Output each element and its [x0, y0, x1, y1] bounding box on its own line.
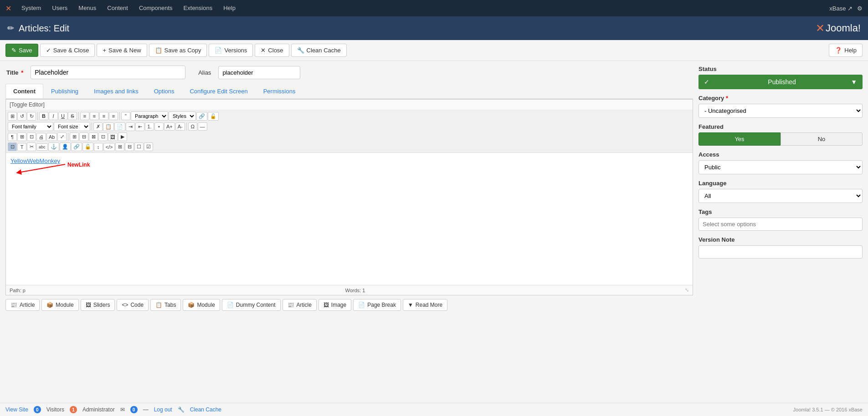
tb-person-btn[interactable]: 👤 [60, 142, 71, 151]
tb-select-btn[interactable]: ⊡ [27, 132, 36, 141]
tb-scissors-btn[interactable]: ✂ [27, 142, 36, 151]
tb-remove-format-btn[interactable]: ✗ [93, 122, 103, 131]
logout-link[interactable]: Log out [154, 406, 172, 413]
tb-ol-btn[interactable]: 1. [145, 122, 154, 131]
alias-input[interactable] [218, 66, 300, 79]
close-button[interactable]: ✕ Close [255, 44, 289, 57]
insert-dummy-btn[interactable]: 📄 Dummy Content [222, 299, 281, 311]
versions-button[interactable]: 📄 Versions [209, 44, 253, 57]
insert-article-btn[interactable]: 📰 Article [5, 299, 40, 311]
clean-cache-button[interactable]: 🔧 Clean Cache [291, 44, 347, 57]
resize-handle[interactable]: ⤡ [685, 287, 689, 293]
tb-font-family-select[interactable]: Font family [8, 122, 53, 131]
insert-sliders-btn[interactable]: 🖼 Sliders [81, 299, 115, 311]
tb-hr-btn[interactable]: — [198, 122, 207, 131]
tb-para-btn[interactable]: ¶ [8, 133, 17, 141]
featured-no-btn[interactable]: No [781, 132, 863, 146]
tb-link-btn[interactable]: 🔗 [196, 112, 207, 121]
clean-cache-link[interactable]: Clean Cache [190, 406, 221, 413]
tb-table4-btn[interactable]: ⊡ [98, 132, 108, 141]
nav-help[interactable]: Help [219, 0, 240, 16]
insert-module-btn-2[interactable]: 📦 Module [183, 299, 220, 311]
nav-users[interactable]: Users [47, 0, 72, 16]
tb-box3-btn[interactable]: ☐ [134, 142, 144, 151]
status-button[interactable]: ✓ Published ▼ [699, 75, 863, 89]
user-label[interactable]: xBase ↗ [829, 5, 853, 12]
tb-box2-btn[interactable]: ⊟ [125, 142, 134, 151]
save-copy-button[interactable]: 📋 Save as Copy [149, 44, 207, 57]
tab-publishing[interactable]: Publishing [43, 84, 86, 98]
tb-special-char-btn[interactable]: Ω [188, 122, 197, 131]
tb-box-btn[interactable]: ⊞ [115, 142, 124, 151]
tb-ul-btn[interactable]: • [154, 122, 164, 131]
insert-readmore-btn[interactable]: ▼ Read More [403, 299, 447, 311]
tab-content[interactable]: Content [5, 84, 43, 98]
nav-system[interactable]: System [17, 0, 46, 16]
tb-undo-btn[interactable]: ↺ [17, 112, 26, 121]
tb-align-right-btn[interactable]: ≡ [99, 112, 108, 120]
tb-align-justify-btn[interactable]: ≡ [109, 112, 118, 120]
tb-underline-btn[interactable]: U [58, 112, 67, 120]
tb-anchor-btn[interactable]: ⚓ [48, 142, 59, 151]
tb-img-btn[interactable]: 🖼 [108, 133, 118, 141]
tb-paste-btn[interactable]: 📄 [114, 122, 125, 131]
tb-italic-btn[interactable]: I [49, 112, 58, 120]
tb-bold-btn[interactable]: B [39, 112, 48, 120]
tb-copy-btn[interactable]: 📋 [103, 122, 114, 131]
tb-redo-btn[interactable]: ↻ [27, 112, 36, 121]
access-select[interactable]: Public Guest Registered Special Super Us… [699, 160, 863, 174]
tab-images-links[interactable]: Images and links [86, 84, 146, 98]
tb-print-btn[interactable]: 🖨 [36, 133, 46, 141]
nav-components[interactable]: Components [134, 0, 177, 16]
version-note-input[interactable] [699, 245, 863, 259]
tb-table3-btn[interactable]: ⊠ [89, 132, 98, 141]
tb-arrow-btn[interactable]: ↕ [94, 143, 103, 151]
toggle-editor-button[interactable]: [Toggle Editor] [6, 100, 693, 110]
language-select[interactable]: All [699, 189, 863, 203]
insert-module-btn-1[interactable]: 📦 Module [41, 299, 78, 311]
nav-menus[interactable]: Menus [74, 0, 101, 16]
tb-outdent-btn[interactable]: ⇤ [135, 122, 144, 131]
category-select[interactable]: - Uncategorised [699, 104, 863, 118]
tb-block-btn[interactable]: ⊡ [8, 142, 17, 151]
tb-font-size-select[interactable]: Font size [54, 122, 90, 131]
save-close-button[interactable]: ✓ Save & Close [40, 44, 95, 57]
tb-paragraph-select[interactable]: Paragraph Heading 1 Heading 2 [131, 112, 168, 121]
tb-sup-btn[interactable]: A+ [164, 122, 175, 131]
tb-indent2-btn[interactable]: ⊞ [17, 132, 26, 141]
tb-fullscreen-btn[interactable]: ⤢ [57, 132, 67, 141]
tb-small-btn[interactable]: abc [36, 143, 48, 151]
tb-sub-btn[interactable]: A- [175, 122, 185, 131]
tb-unlink-btn[interactable]: 🔓 [208, 112, 219, 121]
tb-indent-btn[interactable]: ⇥ [126, 122, 135, 131]
tb-quote-btn[interactable]: " [121, 112, 130, 120]
editor-link[interactable]: YellowWebMonkey [10, 157, 60, 164]
view-site-link[interactable]: View Site [5, 406, 28, 413]
tb-styles-select[interactable]: Styles [169, 112, 196, 121]
tb-txt-btn[interactable]: T [17, 143, 26, 151]
tab-options[interactable]: Options [146, 84, 182, 98]
nav-extensions[interactable]: Extensions [179, 0, 217, 16]
tb-strikethrough-btn[interactable]: S [68, 112, 77, 120]
tab-configure-edit[interactable]: Configure Edit Screen [182, 84, 255, 98]
tb-unlink2-btn[interactable]: 🔓 [82, 142, 93, 151]
tb-align-center-btn[interactable]: ≡ [90, 112, 99, 120]
insert-article-btn-2[interactable]: 📰 Article [282, 299, 317, 311]
tb-code-btn[interactable]: </> [103, 143, 115, 151]
tb-box4-btn[interactable]: ☑ [144, 142, 153, 151]
tags-input[interactable] [699, 218, 863, 231]
tb-link2-btn[interactable]: 🔗 [71, 142, 82, 151]
tb-source-btn[interactable]: ⊞ [8, 112, 17, 121]
insert-pagebreak-btn[interactable]: 📄 Page Break [353, 299, 401, 311]
featured-yes-btn[interactable]: Yes [699, 132, 781, 146]
insert-code-btn[interactable]: <> Code [117, 299, 149, 311]
tb-table-btn[interactable]: ⊞ [70, 132, 79, 141]
gear-icon[interactable]: ⚙ [857, 5, 863, 12]
tb-spellcheck-btn[interactable]: Ab [46, 133, 57, 141]
title-input[interactable] [31, 66, 185, 79]
save-button[interactable]: ✎ Save [5, 44, 38, 57]
tb-align-left-btn[interactable]: ≡ [80, 112, 89, 120]
nav-content[interactable]: Content [103, 0, 133, 16]
insert-image-btn[interactable]: 🖼 Image [318, 299, 351, 311]
tb-media-btn[interactable]: ▶ [118, 132, 127, 141]
